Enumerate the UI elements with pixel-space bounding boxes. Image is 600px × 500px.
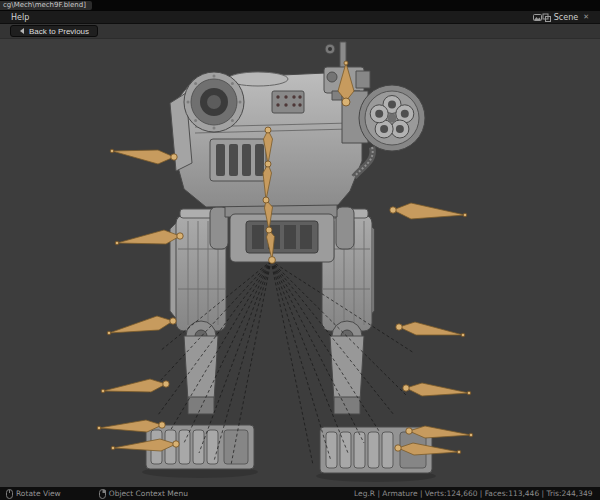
close-icon[interactable]: ✕ <box>581 13 591 21</box>
titlebar: cg\Mech\mech9F.blend] <box>0 0 600 11</box>
window-title: cg\Mech\mech9F.blend] <box>0 1 92 10</box>
render-display-icon[interactable] <box>533 13 542 22</box>
statusbar: Rotate View Object Context Menu Leg.R | … <box>0 487 600 500</box>
status-left-label: Rotate View <box>16 489 61 498</box>
mouse-middle-icon <box>6 489 13 499</box>
scene-selector-label: Scene <box>554 13 578 22</box>
blender-window: cg\Mech\mech9F.blend] Help Scene ✕ Back … <box>0 0 600 500</box>
status-hint-rotate: Rotate View <box>6 489 61 499</box>
back-to-previous-label: Back to Previous <box>29 27 89 36</box>
viewport-canvas[interactable] <box>0 39 600 487</box>
scene-statistics: Leg.R | Armature | Verts:124,660 | Faces… <box>354 489 594 498</box>
toolbar: Back to Previous <box>0 24 600 39</box>
mech-lens <box>184 72 244 132</box>
scene-icon <box>542 13 551 22</box>
menu-help[interactable]: Help <box>5 13 35 22</box>
back-arrow-icon <box>19 27 25 35</box>
status-hint-context-menu: Object Context Menu <box>99 489 188 499</box>
mech-model[interactable] <box>142 42 436 482</box>
menubar: Help Scene ✕ <box>0 11 600 24</box>
mouse-right-icon <box>99 489 106 499</box>
back-to-previous-button[interactable]: Back to Previous <box>10 25 98 37</box>
status-middle-label: Object Context Menu <box>109 489 188 498</box>
3d-viewport[interactable] <box>0 39 600 487</box>
scene-selector[interactable]: Scene ✕ <box>542 13 595 22</box>
